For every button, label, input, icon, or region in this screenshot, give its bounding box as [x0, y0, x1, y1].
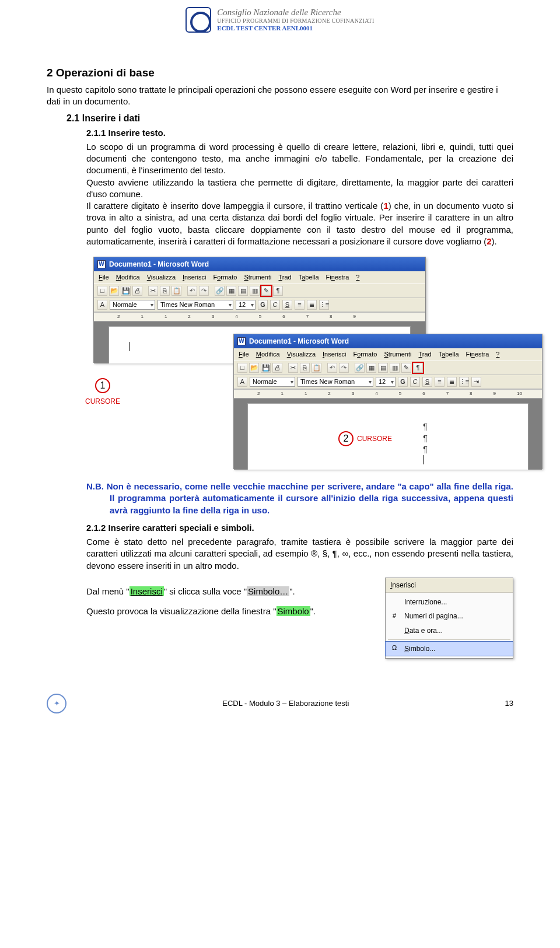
bullets-icon[interactable]: ⋮≡: [319, 300, 329, 310]
print-icon[interactable]: 🖨: [132, 286, 142, 296]
save-icon[interactable]: 💾: [261, 363, 271, 373]
heading-2-1-2: 2.1.2 Inserire caratteri speciali e simb…: [86, 522, 513, 534]
underline-icon[interactable]: S: [282, 300, 292, 310]
new-icon[interactable]: □: [237, 363, 247, 373]
page-header: Consiglio Nazionale delle Ricerche UFFIC…: [0, 0, 560, 36]
style-combo[interactable]: Normale: [110, 300, 155, 310]
callout-2-circle: 2: [338, 431, 354, 446]
page-number: 13: [505, 698, 513, 709]
columns-icon[interactable]: ▥: [250, 286, 260, 296]
open-icon[interactable]: 📂: [249, 363, 259, 373]
menu-trad[interactable]: Trad: [278, 273, 291, 282]
bold-icon[interactable]: G: [398, 377, 408, 387]
indent-icon[interactable]: ⇥: [471, 377, 481, 387]
menu-formato[interactable]: Formato: [213, 273, 237, 282]
menu-formato[interactable]: Formato: [353, 350, 377, 359]
callout-1-circle: 1: [95, 378, 110, 393]
toolbar-formatting: A Normale Times New Roman 12 G C S ≡ ≣ ⋮…: [94, 298, 425, 312]
menu-trad[interactable]: Trad: [418, 350, 431, 359]
cut-icon[interactable]: ✂: [148, 286, 158, 296]
menu-visualizza[interactable]: Visualizza: [287, 350, 316, 359]
style-arrow-icon[interactable]: A: [237, 377, 247, 387]
menu-tabella[interactable]: Tabella: [439, 350, 459, 359]
menu-inserisci[interactable]: Inserisci: [183, 273, 206, 282]
table-icon[interactable]: ▦: [366, 363, 376, 373]
titlebar: W Documento1 - Microsoft Word: [94, 257, 425, 271]
drawing-icon[interactable]: ✎: [261, 286, 271, 296]
style-arrow-icon[interactable]: A: [97, 300, 107, 310]
page-number-icon: #: [390, 611, 398, 620]
menu-modifica[interactable]: Modifica: [256, 350, 280, 359]
font-combo[interactable]: Times New Roman: [298, 377, 373, 387]
menu-modifica[interactable]: Modifica: [116, 273, 140, 282]
undo-icon[interactable]: ↶: [327, 363, 337, 373]
menu-inserisci[interactable]: Inserisci: [323, 350, 346, 359]
toolbar-formatting: A Normale Times New Roman 12 G C S ≡ ≣ ⋮…: [234, 375, 542, 389]
menu-visualizza[interactable]: Visualizza: [147, 273, 176, 282]
paragraph-4: Come è stato detto nel precedente paragr…: [86, 536, 513, 572]
size-combo[interactable]: 12: [376, 377, 396, 387]
intro-paragraph: In questo capitolo sono trattate le prin…: [47, 84, 513, 108]
hyperlink-icon[interactable]: 🔗: [215, 286, 225, 296]
menu-strumenti[interactable]: Strumenti: [244, 273, 271, 282]
content: 2 Operazioni di base In questo capitolo …: [0, 36, 560, 670]
paste-icon[interactable]: 📋: [172, 286, 181, 296]
save-icon[interactable]: 💾: [121, 286, 131, 296]
menu-item-interruzione[interactable]: Interruzione...: [386, 595, 513, 609]
menu-help[interactable]: ?: [496, 350, 499, 359]
align-left-icon[interactable]: ≡: [435, 377, 444, 387]
inserisci-highlight: Inserisci: [130, 586, 164, 596]
cut-icon[interactable]: ✂: [288, 363, 298, 373]
open-icon[interactable]: 📂: [109, 286, 119, 296]
menu-help[interactable]: ?: [356, 273, 359, 282]
menu-item-simbolo[interactable]: Ω Simbolo...: [385, 641, 513, 656]
inserisci-dropdown-head[interactable]: Inserisci: [386, 578, 513, 593]
underline-icon[interactable]: S: [422, 377, 432, 387]
bullets-icon[interactable]: ⋮≡: [459, 377, 469, 387]
font-combo[interactable]: Times New Roman: [158, 300, 233, 310]
pilcrow-icon[interactable]: ¶: [413, 363, 423, 373]
copy-icon[interactable]: ⎘: [160, 286, 170, 296]
menu-tabella[interactable]: Tabella: [299, 273, 319, 282]
cnr-logo: [186, 7, 211, 33]
menu-finestra[interactable]: Finestra: [466, 350, 489, 359]
pilcrow-icon[interactable]: ¶: [273, 286, 283, 296]
redo-icon[interactable]: ↷: [339, 363, 349, 373]
bold-icon[interactable]: G: [258, 300, 268, 310]
columns-icon[interactable]: ▥: [390, 363, 400, 373]
excel-icon[interactable]: ▤: [378, 363, 388, 373]
paragraph-1: Lo scopo di un programma di word process…: [86, 141, 513, 177]
menu-item-numeri-pagina[interactable]: # Numeri di pagina...: [386, 609, 513, 623]
copy-icon[interactable]: ⎘: [300, 363, 310, 373]
menubar: File Modifica Visualizza Inserisci Forma…: [94, 271, 425, 284]
print-icon[interactable]: 🖨: [272, 363, 282, 373]
paragraph-3: Il carattere digitato è inserito dove la…: [86, 200, 513, 247]
menu-file[interactable]: File: [239, 350, 249, 359]
italic-icon[interactable]: C: [270, 300, 280, 310]
size-combo[interactable]: 12: [236, 300, 256, 310]
excel-icon[interactable]: ▤: [238, 286, 248, 296]
align-just-icon[interactable]: ≣: [447, 377, 457, 387]
word-window-2: W Documento1 - Microsoft Word File Modif…: [233, 334, 542, 469]
drawing-icon[interactable]: ✎: [401, 363, 411, 373]
redo-icon[interactable]: ↷: [199, 286, 209, 296]
italic-icon[interactable]: C: [410, 377, 420, 387]
paste-icon[interactable]: 📋: [312, 363, 321, 373]
menu-file[interactable]: File: [99, 273, 109, 282]
heading-2: 2 Operazioni di base: [47, 65, 513, 81]
menu-strumenti[interactable]: Strumenti: [384, 350, 411, 359]
text-cursor: [129, 342, 130, 351]
align-left-icon[interactable]: ≡: [295, 300, 304, 310]
menu-finestra[interactable]: Finestra: [326, 273, 349, 282]
undo-icon[interactable]: ↶: [187, 286, 197, 296]
header-text: Consiglio Nazionale delle Ricerche UFFIC…: [217, 7, 374, 32]
new-icon[interactable]: □: [97, 286, 107, 296]
toolbar-standard: □ 📂 💾 🖨 ✂ ⎘ 📋 ↶ ↷ 🔗 ▦ ▤ ▥ ✎ ¶: [234, 361, 542, 375]
ecdl-logo-icon: ✦: [47, 694, 66, 713]
heading-2-1-1: 2.1.1 Inserire testo.: [86, 127, 513, 139]
menu-item-data-ora[interactable]: Data e ora...: [386, 624, 513, 638]
hyperlink-icon[interactable]: 🔗: [355, 363, 365, 373]
style-combo[interactable]: Normale: [250, 377, 295, 387]
table-icon[interactable]: ▦: [226, 286, 236, 296]
align-just-icon[interactable]: ≣: [307, 300, 317, 310]
